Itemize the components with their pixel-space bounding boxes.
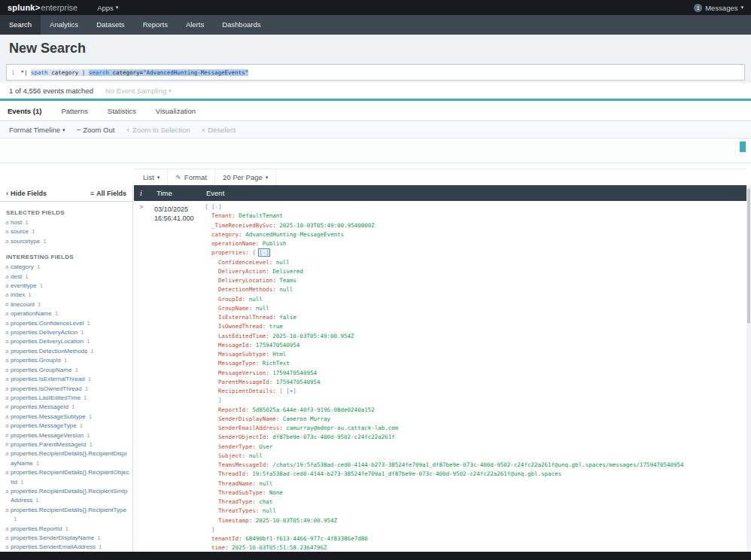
field-link-properties-groupid[interactable]: properties.GroupId bbox=[11, 357, 61, 364]
field-link-properties-isexternalthread[interactable]: properties.IsExternalThread bbox=[11, 376, 85, 382]
apps-label: Apps bbox=[97, 4, 114, 12]
json-line: MessageSubtype: Html bbox=[205, 350, 746, 359]
nav-item-search[interactable]: Search bbox=[0, 15, 41, 35]
field-link-properties-groupname[interactable]: properties.GroupName bbox=[11, 367, 71, 373]
field-link-properties-messageid[interactable]: properties.MessageId bbox=[11, 403, 68, 410]
json-value: None bbox=[269, 489, 283, 496]
field-link-host[interactable]: host bbox=[11, 219, 22, 226]
nav-item-dashboards[interactable]: Dashboards bbox=[213, 15, 269, 35]
field-item: aproperties.MessageType1 bbox=[0, 422, 132, 431]
tab-visualization[interactable]: Visualization bbox=[156, 107, 196, 115]
field-link-category[interactable]: category bbox=[11, 263, 34, 270]
json-key: Tenant: bbox=[211, 212, 239, 219]
field-count: 1 bbox=[25, 219, 28, 226]
field-link-properties-recipientdetails-recipientobjectid[interactable]: properties.RecipientDetails{}.RecipientO… bbox=[11, 469, 129, 485]
timeline-chart[interactable] bbox=[0, 138, 751, 163]
field-link-properties-messagesubtype[interactable]: properties.MessageSubtype bbox=[11, 413, 86, 420]
event-sampling-dropdown[interactable]: No Event Sampling ▾ bbox=[105, 87, 172, 95]
field-link-sourcetype[interactable]: sourcetype bbox=[11, 238, 40, 245]
field-link-properties-isownedthread[interactable]: properties.IsOwnedThread bbox=[11, 385, 82, 392]
app-nav-bar: SearchAnalyticsDatasetsReportsAlertsDash… bbox=[0, 15, 751, 35]
nav-item-alerts[interactable]: Alerts bbox=[177, 15, 213, 35]
json-line: ReportId: 5d85025a-644e-40f3-9196-08de02… bbox=[205, 406, 746, 415]
json-value: 2025-10-03T05:49:00.9540000Z bbox=[279, 222, 374, 229]
format-timeline-button[interactable]: Format Timeline▾ bbox=[9, 126, 65, 134]
field-link-properties-parentmessageid[interactable]: properties.ParentMessageId bbox=[11, 441, 87, 448]
field-count: 1 bbox=[71, 403, 74, 410]
json-line: RecipientDetails: [ [+] bbox=[205, 387, 746, 396]
nav-item-reports[interactable]: Reports bbox=[134, 15, 177, 35]
nav-item-analytics[interactable]: Analytics bbox=[41, 15, 87, 35]
json-line: SenderType: User bbox=[205, 443, 746, 452]
collapse-toggle-icon[interactable]: [-] bbox=[211, 203, 222, 210]
apps-menu[interactable]: Apps ▾ bbox=[97, 4, 118, 12]
search-input[interactable]: 1 *| spath category | search category="A… bbox=[6, 64, 745, 81]
field-count: 1 bbox=[38, 301, 41, 308]
field-link-properties-senderemailaddress[interactable]: properties.SenderEmailAddress bbox=[11, 543, 96, 550]
field-link-properties-deliveryaction[interactable]: properties.DeliveryAction bbox=[11, 329, 78, 336]
query-segment: category= bbox=[109, 69, 143, 76]
collapse-toggle-icon[interactable]: [-] bbox=[259, 249, 269, 256]
tab-events-1[interactable]: Events (1) bbox=[8, 107, 41, 115]
splunk-logo[interactable]: splunk> enterprise bbox=[8, 3, 78, 12]
field-count: 1 bbox=[84, 394, 87, 401]
event-sampling-label: No Event Sampling bbox=[105, 87, 166, 95]
field-count: 1 bbox=[25, 273, 28, 280]
field-link-properties-confidencelevel[interactable]: properties.ConfidenceLevel bbox=[11, 320, 84, 327]
query-segment: search bbox=[89, 69, 109, 76]
json-line: ] bbox=[205, 396, 746, 405]
field-link-properties-recipientdetails-recipienttype[interactable]: properties.RecipientDetails{}.RecipientT… bbox=[11, 507, 126, 513]
per-page-dropdown[interactable]: 20 Per Page ▾ bbox=[215, 169, 276, 185]
tab-patterns[interactable]: Patterns bbox=[61, 107, 87, 115]
field-link-source[interactable]: source bbox=[11, 228, 29, 235]
messages-menu[interactable]: 1 Messages ▾ bbox=[694, 4, 743, 12]
json-line: TeamsMessageId: /chats/19:5fa538ad-ced0-… bbox=[205, 461, 746, 470]
field-count: 1 bbox=[14, 516, 17, 522]
field-item: asourcetype1 bbox=[0, 237, 132, 246]
json-key: properties: bbox=[211, 249, 252, 256]
field-item: aproperties.IsOwnedThread1 bbox=[0, 385, 132, 394]
job-status-row: 1 of 4,556 events matched No Event Sampl… bbox=[0, 83, 751, 99]
json-line: GroupId: null bbox=[205, 295, 746, 304]
expand-toggle-icon[interactable]: [+] bbox=[286, 388, 296, 394]
messages-label: Messages bbox=[705, 4, 737, 12]
expand-event-button[interactable]: > bbox=[139, 203, 143, 211]
json-value: Cameron Murray bbox=[283, 415, 330, 422]
field-link-properties-messageversion[interactable]: properties.MessageVersion bbox=[11, 432, 84, 439]
timeline-histogram-bar[interactable] bbox=[740, 142, 746, 152]
field-type-icon: a bbox=[5, 543, 11, 552]
zoom-out-button[interactable]: −Zoom Out bbox=[77, 126, 115, 134]
field-count: 1 bbox=[36, 460, 39, 467]
json-key: SenderType: bbox=[218, 443, 259, 450]
field-link-dest[interactable]: dest bbox=[11, 273, 22, 280]
tab-statistics[interactable]: Statistics bbox=[108, 107, 136, 115]
field-link-properties-recipientdetails-recipientdisplayname[interactable]: properties.RecipientDetails{}.RecipientD… bbox=[11, 450, 126, 466]
json-value: Html bbox=[272, 351, 286, 358]
list-view-dropdown[interactable]: List ▾ bbox=[135, 169, 168, 185]
field-link-operationname[interactable]: operationName bbox=[11, 310, 52, 317]
field-link-properties-lasteditedtime[interactable]: properties.LastEditedTime bbox=[11, 394, 81, 401]
field-link-properties-reportid[interactable]: properties.ReportId bbox=[11, 525, 62, 532]
nav-item-datasets[interactable]: Datasets bbox=[87, 15, 134, 35]
format-dropdown[interactable]: ✎ Format bbox=[168, 169, 215, 185]
json-key: ReportId: bbox=[218, 406, 252, 413]
field-link-eventtype[interactable]: eventtype bbox=[11, 282, 37, 289]
vertical-scrollbar[interactable] bbox=[746, 185, 751, 552]
event-row: > 03/10/2025 16:56:41.000 { [-]Tenant: D… bbox=[134, 201, 746, 552]
field-count: 1 bbox=[40, 282, 43, 289]
field-link-index[interactable]: index bbox=[11, 291, 25, 298]
scrollbar-thumb[interactable] bbox=[747, 188, 750, 324]
field-link-properties-recipientdetails-recipientsmtpaddress[interactable]: properties.RecipientDetails{}.RecipientS… bbox=[11, 488, 127, 504]
all-fields-button[interactable]: ≡ All Fields bbox=[90, 190, 126, 197]
field-link-properties-detectionmethods[interactable]: properties.DetectionMethods bbox=[11, 348, 87, 355]
field-link-properties-messagetype[interactable]: properties.MessageType bbox=[11, 422, 77, 429]
json-value: User bbox=[259, 443, 272, 450]
field-link-properties-deliverylocation[interactable]: properties.DeliveryLocation bbox=[11, 338, 84, 345]
hide-fields-button[interactable]: ‹ Hide Fields bbox=[6, 190, 47, 197]
field-item: aproperties.RecipientDetails{}.Recipient… bbox=[0, 449, 132, 468]
json-key: tenantId: bbox=[211, 535, 245, 542]
field-item: aproperties.ConfidenceLevel1 bbox=[0, 319, 132, 328]
json-line: ThreadId: 19:5fa538ad-ced0-4144-b273-385… bbox=[205, 470, 746, 479]
field-link-linecount[interactable]: linecount bbox=[11, 301, 35, 308]
field-link-properties-senderdisplayname[interactable]: properties.SenderDisplayName bbox=[11, 534, 94, 541]
